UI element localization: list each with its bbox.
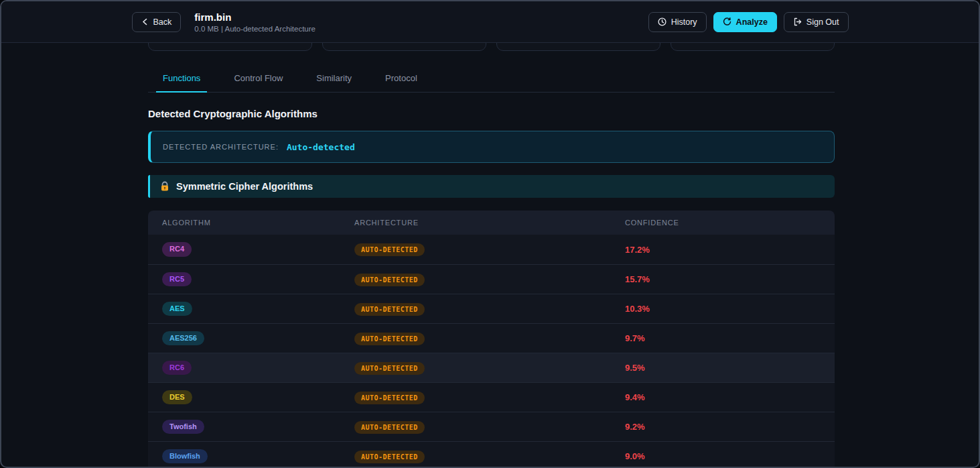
section-heading: Detected Cryptographic Algorithms: [148, 108, 835, 119]
column-header-algorithm: ALGORITHM: [148, 219, 354, 227]
confidence-value: 10.3%: [625, 304, 835, 314]
history-button-label: History: [671, 17, 697, 27]
table-row[interactable]: RC4AUTO-DETECTED17.2%: [148, 235, 835, 264]
tab-functions[interactable]: Functions: [161, 67, 202, 92]
table-row[interactable]: AES256AUTO-DETECTED9.7%: [148, 323, 835, 353]
refresh-icon: [723, 17, 731, 26]
file-info: firm.bin 0.0 MB | Auto-detected Architec…: [194, 11, 316, 33]
main-content: Functions Control Flow Similarity Protoc…: [148, 43, 835, 468]
confidence-cell: 15.7%: [625, 274, 835, 284]
clock-icon: [658, 17, 667, 26]
architecture-cell: AUTO-DETECTED: [354, 361, 625, 375]
back-button-label: Back: [153, 17, 172, 27]
confidence-value: 9.4%: [625, 392, 835, 402]
tab-similarity[interactable]: Similarity: [315, 67, 353, 92]
architecture-cell: AUTO-DETECTED: [354, 302, 625, 316]
tab-bar: Functions Control Flow Similarity Protoc…: [148, 67, 835, 93]
confidence-cell: 9.4%: [625, 392, 835, 402]
algorithm-cell: RC6: [148, 361, 354, 375]
top-bar-inner: Back firm.bin 0.0 MB | Auto-detected Arc…: [132, 11, 849, 33]
app-window: Back firm.bin 0.0 MB | Auto-detected Arc…: [0, 0, 980, 468]
algorithm-cell: RC5: [148, 272, 354, 286]
confidence-cell: 9.7%: [625, 333, 835, 343]
algorithm-cell: Blowfish: [148, 449, 354, 463]
table-row[interactable]: DESAUTO-DETECTED9.4%: [148, 382, 835, 412]
architecture-cell: AUTO-DETECTED: [354, 420, 625, 434]
column-header-architecture: ARCHITECTURE: [354, 219, 625, 227]
auto-detected-badge: AUTO-DETECTED: [354, 274, 425, 286]
signout-button[interactable]: Sign Out: [784, 12, 849, 32]
confidence-value: 15.7%: [625, 274, 835, 284]
confidence-cell: 9.5%: [625, 363, 835, 373]
algorithm-cell: DES: [148, 390, 354, 404]
auto-detected-badge: AUTO-DETECTED: [354, 451, 425, 463]
architecture-banner: DETECTED ARCHITECTURE: Auto-detected: [148, 131, 835, 163]
algorithm-badge: Blowfish: [162, 449, 208, 463]
table-row[interactable]: RC5AUTO-DETECTED15.7%: [148, 264, 835, 294]
auto-detected-badge: AUTO-DETECTED: [354, 392, 425, 404]
auto-detected-badge: AUTO-DETECTED: [354, 303, 425, 316]
top-bar-actions: History Analyze Sign Out: [648, 12, 849, 32]
architecture-cell: AUTO-DETECTED: [354, 450, 625, 463]
confidence-cell: 17.2%: [625, 245, 835, 255]
algorithm-badge: RC5: [162, 272, 192, 286]
confidence-value: 17.2%: [625, 245, 835, 255]
algorithm-cell: AES256: [148, 331, 354, 345]
architecture-value: Auto-detected: [287, 142, 355, 152]
table-row[interactable]: AESAUTO-DETECTED10.3%: [148, 294, 835, 323]
table-header: ALGORITHM ARCHITECTURE CONFIDENCE: [148, 211, 835, 235]
algorithm-badge: Twofish: [162, 420, 204, 434]
confidence-value: 9.0%: [625, 451, 835, 461]
confidence-value: 9.7%: [625, 333, 835, 343]
auto-detected-badge: AUTO-DETECTED: [354, 243, 425, 256]
file-subtitle: 0.0 MB | Auto-detected Architecture: [194, 25, 316, 33]
algorithm-badge: AES: [162, 302, 192, 316]
confidence-value: 9.2%: [625, 422, 835, 432]
algorithm-badge: RC6: [162, 361, 192, 375]
symmetric-cipher-header: Symmetric Cipher Algorithms: [148, 175, 835, 198]
signout-button-label: Sign Out: [807, 17, 839, 27]
algorithm-cell: Twofish: [148, 420, 354, 434]
table-row[interactable]: TwofishAUTO-DETECTED9.2%: [148, 412, 835, 441]
top-bar: Back firm.bin 0.0 MB | Auto-detected Arc…: [1, 1, 979, 43]
architecture-cell: AUTO-DETECTED: [354, 332, 625, 345]
analyze-button[interactable]: Analyze: [713, 12, 777, 32]
column-header-confidence: CONFIDENCE: [625, 219, 835, 227]
algorithms-table: ALGORITHM ARCHITECTURE CONFIDENCE RC4AUT…: [148, 211, 835, 468]
sign-out-icon: [793, 17, 802, 26]
confidence-value: 9.5%: [625, 363, 835, 373]
back-button[interactable]: Back: [132, 12, 182, 32]
table-body: RC4AUTO-DETECTED17.2%RC5AUTO-DETECTED15.…: [148, 235, 835, 468]
algorithm-badge: DES: [162, 390, 192, 404]
architecture-cell: AUTO-DETECTED: [354, 273, 625, 286]
confidence-cell: 10.3%: [625, 304, 835, 314]
table-row[interactable]: RC6AUTO-DETECTED9.5%: [148, 353, 835, 382]
confidence-cell: 9.2%: [625, 422, 835, 432]
auto-detected-badge: AUTO-DETECTED: [354, 362, 425, 375]
symmetric-cipher-title: Symmetric Cipher Algorithms: [176, 181, 313, 192]
algorithm-badge: RC4: [162, 242, 192, 256]
auto-detected-badge: AUTO-DETECTED: [354, 333, 425, 345]
auto-detected-badge: AUTO-DETECTED: [354, 421, 425, 434]
confidence-cell: 9.0%: [625, 451, 835, 461]
architecture-cell: AUTO-DETECTED: [354, 391, 625, 404]
table-row[interactable]: BlowfishAUTO-DETECTED9.0%: [148, 441, 835, 468]
lock-icon: [159, 181, 170, 192]
analyze-button-label: Analyze: [736, 17, 768, 27]
tab-control-flow[interactable]: Control Flow: [232, 67, 284, 92]
architecture-label: DETECTED ARCHITECTURE:: [163, 143, 279, 151]
algorithm-cell: RC4: [148, 242, 354, 256]
tab-protocol[interactable]: Protocol: [384, 67, 419, 92]
file-title: firm.bin: [194, 11, 316, 23]
algorithm-badge: AES256: [162, 331, 204, 345]
chevron-left-icon: [141, 18, 149, 25]
architecture-cell: AUTO-DETECTED: [354, 243, 625, 256]
history-button[interactable]: History: [648, 12, 707, 32]
algorithm-cell: AES: [148, 302, 354, 316]
